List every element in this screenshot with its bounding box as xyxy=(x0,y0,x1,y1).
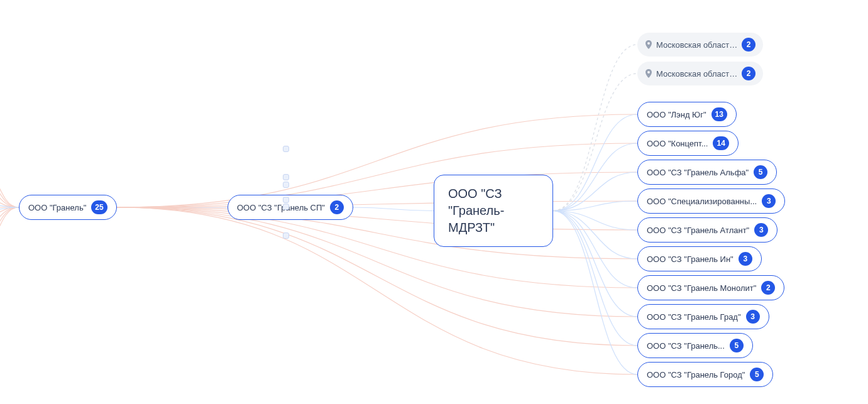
node-label: ООО "СЗ "Гранель Город" xyxy=(647,370,745,379)
node-label: ООО "СЗ "Гранель Монолит" xyxy=(647,283,756,293)
node-label: ООО "СЗ "Гранель СП" xyxy=(237,203,325,212)
child-node[interactable]: ООО "СЗ "Гранель Монолит"2 xyxy=(637,275,784,300)
count-badge: 3 xyxy=(746,310,760,324)
child-node[interactable]: ООО "СЗ "Гранель Град"3 xyxy=(637,304,769,329)
node-label: ООО "СЗ "Гранель Атлант" xyxy=(647,226,749,235)
child-node[interactable]: ООО "СЗ "Гранель Альфа"5 xyxy=(637,160,777,185)
child-node[interactable]: ООО "СЗ "Гранель Город"5 xyxy=(637,362,773,387)
pin-icon xyxy=(645,69,652,78)
node-label: ООО "Лэнд Юг" xyxy=(647,110,706,119)
edge-marker xyxy=(283,182,289,188)
count-badge: 5 xyxy=(754,165,767,179)
node-label: ООО "СЗ "Гранель Град" xyxy=(647,312,741,322)
count-badge: 3 xyxy=(739,252,752,266)
child-node[interactable]: ООО "Концепт...14 xyxy=(637,131,739,156)
count-badge: 2 xyxy=(742,67,755,80)
location-chip[interactable]: Московская область, г... 2 xyxy=(637,33,763,57)
node-label: ООО "Гранель" xyxy=(28,203,86,212)
graph-canvas: ООО "Гранель" 25 ООО "СЗ "Гранель СП" 2 … xyxy=(0,0,868,404)
child-node[interactable]: ООО "СЗ "Гранель Ин"3 xyxy=(637,246,762,271)
node-label: ООО "СЗ "Гранель Альфа" xyxy=(647,168,749,177)
child-node[interactable]: ООО "СЗ "Гранель Атлант"3 xyxy=(637,217,777,243)
count-badge: 3 xyxy=(754,223,768,237)
node-root[interactable]: ООО "Гранель" 25 xyxy=(19,195,117,220)
node-label: ООО "Специализированны... xyxy=(647,197,757,206)
edge-marker xyxy=(283,146,289,152)
node-center: ООО "СЗ "Гранель-МДРЗТ" xyxy=(434,175,553,247)
node-label: ООО "Концепт... xyxy=(647,139,708,148)
child-node[interactable]: ООО "СЗ "Гранель...5 xyxy=(637,333,753,358)
count-badge: 2 xyxy=(742,38,755,52)
node-mid[interactable]: ООО "СЗ "Гранель СП" 2 xyxy=(228,195,353,220)
chip-label: Московская область, г... xyxy=(656,40,738,50)
pin-icon xyxy=(645,40,652,49)
edge-marker xyxy=(283,174,289,180)
count-badge: 2 xyxy=(761,281,775,295)
node-label: ООО "СЗ "Гранель-МДРЗТ" xyxy=(448,185,539,236)
count-badge: 13 xyxy=(711,107,727,121)
child-node[interactable]: ООО "Специализированны...3 xyxy=(637,188,785,214)
child-node[interactable]: ООО "Лэнд Юг"13 xyxy=(637,102,737,127)
count-badge: 5 xyxy=(730,339,744,352)
count-badge: 14 xyxy=(713,136,728,150)
node-label: ООО "СЗ "Гранель... xyxy=(647,341,725,351)
count-badge: 25 xyxy=(91,200,107,214)
edge-marker xyxy=(283,232,289,239)
node-label: ООО "СЗ "Гранель Ин" xyxy=(647,254,733,264)
count-badge: 5 xyxy=(750,368,764,381)
chip-label: Московская область,... xyxy=(656,69,738,79)
count-badge: 3 xyxy=(762,194,776,208)
location-chip[interactable]: Московская область,... 2 xyxy=(637,62,763,85)
count-badge: 2 xyxy=(330,200,344,214)
